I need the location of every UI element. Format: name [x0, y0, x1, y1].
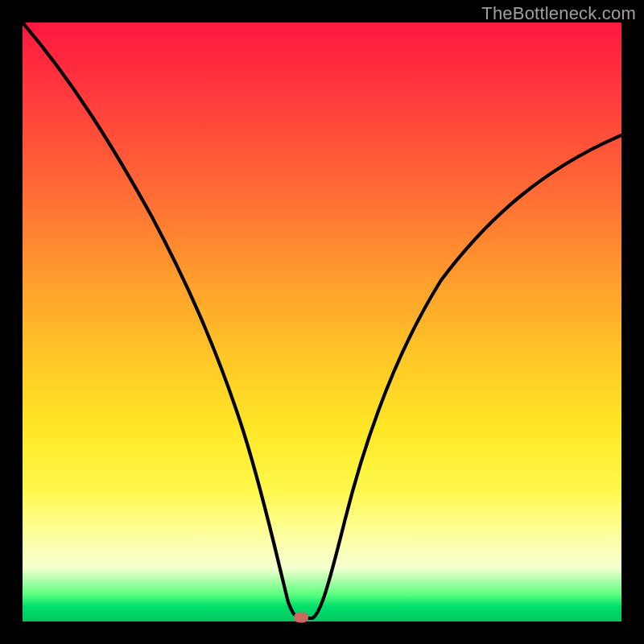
chart-frame: TheBottleneck.com [0, 0, 644, 644]
bottleneck-curve [23, 23, 621, 621]
optimal-point-marker [294, 612, 308, 622]
watermark-text: TheBottleneck.com [481, 3, 636, 24]
plot-area [23, 23, 621, 621]
